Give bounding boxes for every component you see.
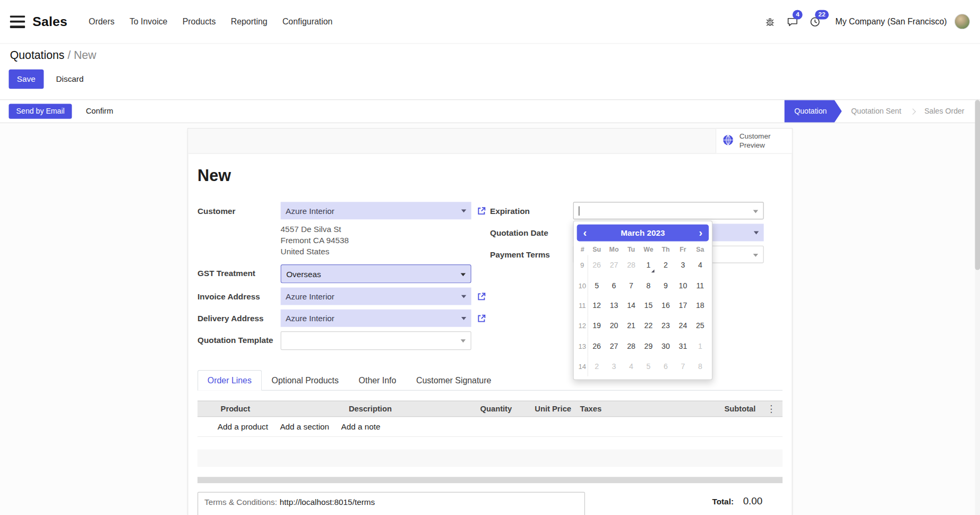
quotation-template-input[interactable] [281, 331, 471, 350]
calendar-day-11[interactable]: 11 [692, 275, 709, 295]
delivery-address-value: Azure Interior [286, 313, 334, 323]
breadcrumb-quotations[interactable]: Quotations [10, 49, 64, 62]
calendar-day-19[interactable]: 19 [588, 316, 605, 336]
stage-sales-order[interactable]: Sales Order [915, 100, 974, 122]
delivery-address-external-link-icon[interactable] [477, 313, 486, 323]
link-add-a-note[interactable]: Add a note [341, 422, 380, 432]
calendar-day-27[interactable]: 27 [605, 336, 622, 356]
order-lines-actions: Add a productAdd a sectionAdd a note [197, 417, 783, 437]
calendar-day-29[interactable]: 29 [640, 336, 657, 356]
calendar-day-16[interactable]: 16 [657, 296, 674, 316]
calendar-day-6[interactable]: 6 [657, 356, 674, 376]
calendar-day-5[interactable]: 5 [588, 275, 605, 295]
column-options-icon[interactable]: ⋮ [760, 403, 783, 414]
calendar-day-17[interactable]: 17 [674, 296, 691, 316]
calendar-day-26[interactable]: 26 [588, 336, 605, 356]
tab-customer-signature[interactable]: Customer Signature [406, 370, 501, 391]
calendar-day-4[interactable]: 4 [623, 356, 640, 376]
calendar-day-2[interactable]: 2 [657, 255, 674, 275]
customer-address: 4557 De Silva StFremont CA 94538United S… [281, 224, 490, 258]
customer-input[interactable]: Azure Interior [281, 202, 471, 219]
hamburger-menu-icon[interactable] [10, 15, 25, 28]
calendar-day-28[interactable]: 28 [623, 336, 640, 356]
app-brand[interactable]: Sales [32, 14, 67, 29]
calendar-day-15[interactable]: 15 [640, 296, 657, 316]
column-header-unit-price[interactable]: Unit Price [516, 405, 575, 413]
stage-quotation-sent[interactable]: Quotation Sent [842, 100, 911, 122]
calendar-day-1[interactable]: 1 [640, 255, 657, 275]
calendar-day-31[interactable]: 31 [674, 336, 691, 356]
calendar-day-25[interactable]: 25 [692, 316, 709, 336]
link-add-a-product[interactable]: Add a product [218, 422, 268, 432]
calendar-day-26[interactable]: 26 [588, 255, 605, 275]
calendar-day-24[interactable]: 24 [674, 316, 691, 336]
calendar-day-3[interactable]: 3 [674, 255, 691, 275]
expiration-input[interactable] [573, 202, 764, 219]
calendar-day-8[interactable]: 8 [640, 275, 657, 295]
debug-bug-icon[interactable] [761, 13, 779, 30]
calendar-day-4[interactable]: 4 [692, 255, 709, 275]
top-nav: Sales OrdersTo InvoiceProductsReportingC… [0, 0, 980, 44]
gst-treatment-select[interactable]: Overseas [281, 264, 471, 283]
calendar-day-9[interactable]: 9 [657, 275, 674, 295]
calendar-day-23[interactable]: 23 [657, 316, 674, 336]
company-switcher[interactable]: My Company (San Francisco) [835, 17, 947, 27]
tab-order-lines[interactable]: Order Lines [197, 370, 262, 391]
confirm-button[interactable]: Confirm [80, 104, 119, 118]
save-button[interactable]: Save [8, 70, 44, 89]
nav-item-products[interactable]: Products [175, 11, 223, 32]
calendar-day-21[interactable]: 21 [623, 316, 640, 336]
calendar-day-28[interactable]: 28 [623, 255, 640, 275]
invoice-address-input[interactable]: Azure Interior [281, 288, 471, 305]
terms-and-conditions-field[interactable]: Terms & Conditions:http://localhost:8015… [197, 492, 585, 515]
column-header-quantity[interactable]: Quantity [463, 405, 516, 413]
datepicker-prev-icon[interactable]: ‹ [581, 228, 589, 238]
nav-item-reporting[interactable]: Reporting [223, 11, 275, 32]
activities-clock-icon[interactable]: 22 [806, 13, 824, 30]
calendar-day-22[interactable]: 22 [640, 316, 657, 336]
calendar-day-12[interactable]: 12 [588, 296, 605, 316]
datepicker-month-title[interactable]: March 2023 [589, 228, 697, 238]
delivery-address-input[interactable]: Azure Interior [281, 310, 471, 327]
calendar-day-7[interactable]: 7 [674, 356, 691, 376]
calendar-day-8[interactable]: 8 [692, 356, 709, 376]
user-avatar[interactable] [955, 14, 970, 29]
nav-item-to-invoice[interactable]: To Invoice [122, 11, 175, 32]
stage-quotation[interactable]: Quotation [784, 100, 841, 122]
calendar-day-3[interactable]: 3 [605, 356, 622, 376]
messages-icon[interactable]: 4 [784, 13, 802, 30]
calendar-day-30[interactable]: 30 [657, 336, 674, 356]
vertical-scrollbar[interactable] [975, 100, 980, 515]
calendar-day-27[interactable]: 27 [605, 255, 622, 275]
calendar-day-13[interactable]: 13 [605, 296, 622, 316]
nav-right: 4 22 My Company (San Francisco) [757, 13, 970, 30]
nav-item-configuration[interactable]: Configuration [275, 11, 340, 32]
calendar-day-6[interactable]: 6 [605, 275, 622, 295]
calendar-day-5[interactable]: 5 [640, 356, 657, 376]
tab-other-info[interactable]: Other Info [349, 370, 406, 391]
calendar-day-7[interactable]: 7 [623, 275, 640, 295]
nav-item-orders[interactable]: Orders [81, 11, 122, 32]
column-header-description[interactable]: Description [345, 405, 463, 413]
datepicker-next-icon[interactable]: › [697, 228, 704, 238]
send-by-email-button[interactable]: Send by Email [8, 104, 72, 118]
dropdown-caret-icon [754, 231, 759, 235]
calendar-day-20[interactable]: 20 [605, 316, 622, 336]
calendar-day-18[interactable]: 18 [692, 296, 709, 316]
calendar-dow-sa: Sa [692, 246, 709, 253]
column-header-taxes[interactable]: Taxes [575, 405, 700, 413]
calendar-day-1[interactable]: 1 [692, 336, 709, 356]
calendar-day-2[interactable]: 2 [588, 356, 605, 376]
link-add-a-section[interactable]: Add a section [280, 422, 329, 432]
column-header-subtotal[interactable]: Subtotal [701, 405, 760, 413]
column-header-product[interactable]: Product [216, 405, 344, 413]
tab-optional-products[interactable]: Optional Products [262, 370, 349, 391]
customer-preview-button[interactable]: Customer Preview [716, 129, 792, 153]
scrollbar-thumb[interactable] [975, 100, 980, 270]
discard-button[interactable]: Discard [50, 70, 90, 89]
customer-external-link-icon[interactable] [477, 206, 486, 216]
calendar-day-10[interactable]: 10 [674, 275, 691, 295]
section-divider [197, 477, 783, 483]
calendar-day-14[interactable]: 14 [623, 296, 640, 316]
invoice-address-external-link-icon[interactable] [477, 291, 486, 301]
